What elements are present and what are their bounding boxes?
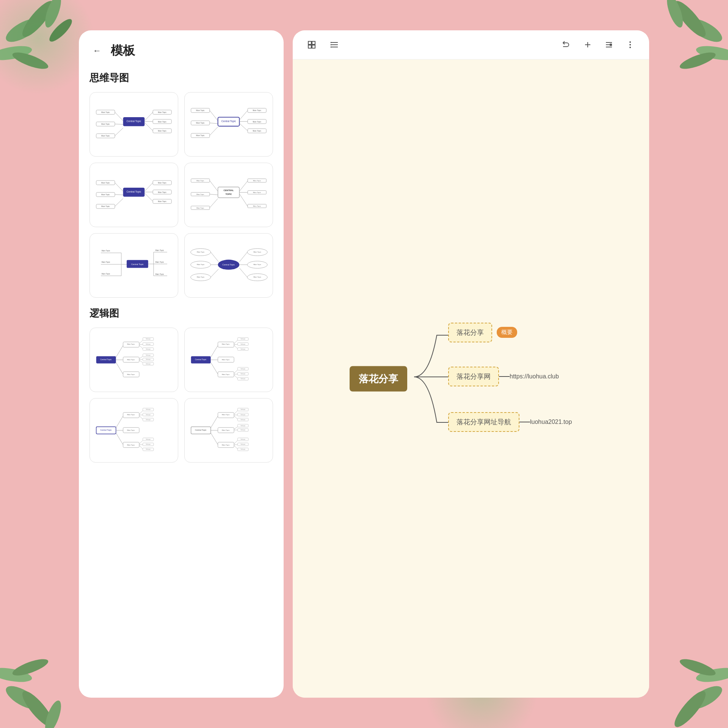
svg-line-172	[211, 362, 218, 374]
template-card-logic-2[interactable]: Central Topic Main Topic Main Topic Main…	[184, 328, 273, 392]
branch-line-2	[499, 376, 510, 377]
svg-text:Main Topic: Main Topic	[127, 414, 135, 416]
svg-point-0	[3, 14, 43, 47]
svg-point-19	[678, 656, 717, 679]
svg-line-47	[210, 123, 218, 124]
svg-point-269	[331, 44, 332, 46]
svg-line-28	[115, 128, 123, 136]
svg-rect-261	[308, 41, 311, 44]
svg-point-270	[331, 47, 332, 48]
svg-line-73	[144, 193, 153, 201]
template-card-logic-4[interactable]: Central Topic Main Topic Main Topic Main…	[184, 398, 273, 463]
format-button[interactable]	[602, 38, 616, 52]
svg-point-275	[629, 44, 631, 46]
svg-text:Main Topic: Main Topic	[196, 110, 205, 111]
central-topic-node[interactable]: 落花分享	[350, 366, 407, 391]
svg-point-7	[670, 0, 710, 41]
svg-text:Subtopic: Subtopic	[240, 425, 245, 427]
svg-text:Main Topic: Main Topic	[253, 191, 261, 193]
grid-view-button[interactable]	[305, 38, 318, 52]
branch-box-1[interactable]: 落花分享	[448, 323, 492, 342]
svg-text:Central Topic: Central Topic	[131, 263, 144, 265]
template-card-mindmap-4[interactable]: Main Topic Main Topic Main Topic CENTRAL…	[184, 163, 273, 227]
svg-line-27	[115, 124, 123, 124]
template-card-logic-1[interactable]: Central Topic Main Topic Main Topic Main…	[89, 328, 178, 392]
svg-text:Central Topic: Central Topic	[195, 358, 207, 361]
svg-text:Subtopic: Subtopic	[240, 414, 245, 416]
svg-text:Subtopic: Subtopic	[240, 368, 245, 370]
svg-point-4	[11, 49, 50, 72]
svg-text:CENTRAL: CENTRAL	[223, 189, 234, 191]
svg-line-125	[211, 252, 219, 262]
svg-line-237	[234, 411, 237, 414]
template-card-mindmap-5[interactable]: Main Topic Main Topic Main Topic Central…	[89, 233, 178, 298]
svg-text:Main Topic: Main Topic	[222, 414, 230, 416]
svg-point-8	[695, 44, 728, 63]
svg-point-9	[664, 0, 686, 29]
svg-text:Subtopic: Subtopic	[240, 419, 245, 420]
svg-text:Main Topic: Main Topic	[155, 273, 164, 275]
svg-text:Main Topic: Main Topic	[101, 182, 110, 184]
template-card-mindmap-1[interactable]: Main Topic Main Topic Main Topic Central…	[89, 92, 178, 157]
page-title: 模板	[111, 42, 135, 59]
svg-text:Main Topic: Main Topic	[155, 249, 164, 251]
left-panel: ← 模板 思维导图 Main Topic Main Topic Main Top…	[79, 30, 284, 698]
template-card-mindmap-3[interactable]: Main Topic Main Topic Main Topic Central…	[89, 163, 178, 227]
svg-text:Subtopic: Subtopic	[240, 373, 245, 375]
svg-line-68	[115, 198, 123, 206]
svg-text:Main Topic: Main Topic	[158, 191, 166, 193]
back-button[interactable]: ←	[89, 43, 105, 58]
svg-point-14	[42, 699, 64, 728]
svg-text:Central Topic: Central Topic	[127, 190, 141, 193]
svg-text:Subtopic: Subtopic	[146, 409, 151, 411]
back-icon: ←	[93, 46, 101, 56]
svg-rect-89	[218, 187, 240, 198]
branch-box-3[interactable]: 落花分享网址导航	[448, 412, 519, 432]
svg-line-161	[139, 360, 143, 363]
right-panel: 落花分享 落花分享 概要 落花分享网	[293, 30, 649, 698]
svg-line-33	[144, 122, 153, 131]
svg-text:Main Topic: Main Topic	[222, 444, 230, 446]
svg-point-274	[629, 41, 631, 43]
svg-text:Subtopic: Subtopic	[240, 449, 245, 450]
template-card-mindmap-6[interactable]: Main Topic Main Topic Main Topic Central…	[184, 233, 273, 298]
svg-point-18	[695, 665, 728, 685]
more-options-button[interactable]	[623, 38, 637, 52]
svg-rect-264	[312, 45, 315, 48]
svg-text:Central Topic: Central Topic	[100, 358, 112, 361]
svg-text:Subtopic: Subtopic	[146, 449, 151, 450]
svg-line-190	[234, 375, 237, 378]
svg-text:Subtopic: Subtopic	[240, 378, 245, 380]
svg-text:Subtopic: Subtopic	[240, 439, 245, 440]
svg-text:Central Topic: Central Topic	[221, 120, 236, 123]
svg-text:Main Topic: Main Topic	[102, 261, 110, 263]
branch-box-2[interactable]: 落花分享网	[448, 367, 499, 386]
svg-line-181	[234, 345, 237, 348]
svg-text:Main Topic: Main Topic	[197, 276, 205, 278]
badge-1: 概要	[497, 327, 517, 338]
add-button[interactable]	[581, 38, 595, 52]
svg-line-51	[239, 110, 248, 120]
svg-line-141	[116, 345, 123, 357]
svg-line-127	[211, 269, 219, 277]
list-view-button[interactable]	[328, 38, 341, 52]
svg-text:Main Topic: Main Topic	[196, 180, 204, 182]
svg-text:Subtopic: Subtopic	[240, 348, 245, 350]
svg-line-239	[234, 416, 237, 419]
svg-point-3	[42, 0, 64, 29]
svg-line-71	[144, 183, 153, 191]
mindmap-template-grid: Main Topic Main Topic Main Topic Central…	[89, 92, 273, 298]
svg-text:Main Topic: Main Topic	[253, 180, 261, 182]
svg-line-246	[234, 427, 237, 430]
svg-line-152	[139, 345, 143, 348]
undo-button[interactable]	[560, 38, 573, 52]
svg-text:Subtopic: Subtopic	[146, 414, 151, 416]
svg-text:Subtopic: Subtopic	[240, 409, 245, 411]
svg-point-276	[629, 47, 631, 48]
svg-line-87	[210, 194, 218, 195]
svg-text:TOPIC: TOPIC	[225, 193, 232, 195]
template-card-mindmap-2[interactable]: Main Topic Main Topic Main Topic Central…	[184, 92, 273, 157]
svg-line-130	[239, 252, 247, 262]
svg-text:Main Topic: Main Topic	[158, 121, 166, 123]
template-card-logic-3[interactable]: Central Topic Main Topic Main Topic Main…	[89, 398, 178, 463]
